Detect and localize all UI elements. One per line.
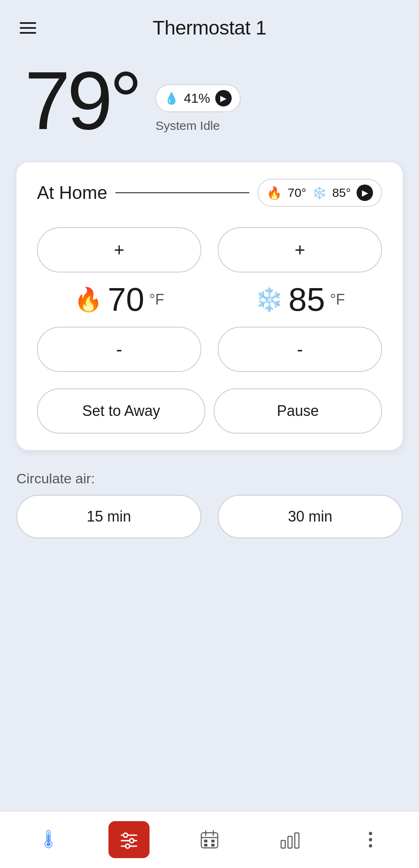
temperature-section: 79° 💧 41% ▶ System Idle — [0, 47, 419, 158]
card-divider — [115, 192, 249, 193]
svg-rect-4 — [48, 835, 50, 842]
current-temperature: 79° — [25, 60, 139, 142]
range-arrow-icon: ▶ — [362, 188, 368, 198]
more-dots-icon — [369, 832, 372, 847]
cool-temp-display: ❄️ 85 °F — [218, 281, 382, 319]
circulate-section: Circulate air: 15 min 30 min — [0, 462, 419, 555]
pause-button[interactable]: Pause — [214, 388, 382, 434]
cool-icon: ❄️ — [255, 286, 283, 313]
cool-increase-button[interactable]: + — [218, 227, 382, 272]
circulate-15min-button[interactable]: 15 min — [16, 495, 201, 538]
svg-rect-20 — [204, 844, 207, 847]
nav-charts[interactable] — [269, 821, 311, 858]
humidity-arrow-button[interactable]: ▶ — [215, 90, 232, 106]
svg-point-10 — [130, 839, 133, 842]
nav-more[interactable] — [350, 821, 391, 858]
cool-decrease-button[interactable]: - — [218, 327, 382, 372]
svg-rect-21 — [211, 844, 214, 847]
heat-flame-icon: 🔥 — [267, 186, 282, 200]
calendar-icon — [199, 829, 220, 850]
svg-rect-18 — [204, 840, 207, 843]
droplet-icon: 💧 — [164, 92, 179, 105]
heat-increase-button[interactable]: + — [37, 227, 201, 272]
cool-value: 85 — [288, 281, 325, 319]
circulate-30min-button[interactable]: 30 min — [218, 495, 403, 538]
heat-setpoint-badge: 70° — [288, 186, 306, 200]
bottom-navigation — [0, 811, 419, 868]
circulate-buttons: 15 min 30 min — [16, 495, 403, 538]
nav-controls[interactable] — [108, 821, 150, 858]
cool-unit: °F — [330, 291, 345, 308]
svg-point-7 — [124, 834, 127, 837]
home-control-card: At Home 🔥 70° ❄️ 85° ▶ + + 🔥 70 °F — [16, 162, 403, 450]
page-title: Thermostat 1 — [39, 16, 380, 39]
header: Thermostat 1 — [0, 0, 419, 47]
svg-point-13 — [126, 845, 129, 848]
heat-value: 70 — [108, 281, 144, 319]
nav-thermostat[interactable] — [28, 821, 69, 858]
cool-snowflake-icon: ❄️ — [312, 186, 327, 200]
heat-icon: 🔥 — [74, 286, 103, 313]
circulate-label: Circulate air: — [16, 471, 403, 487]
system-status: System Idle — [155, 119, 220, 133]
mode-title: At Home — [37, 182, 107, 203]
content-spacer — [0, 555, 419, 811]
humidity-value: 41% — [184, 91, 210, 106]
svg-rect-14 — [201, 833, 218, 848]
svg-rect-19 — [211, 840, 214, 843]
humidity-badge[interactable]: 💧 41% ▶ — [155, 84, 240, 112]
svg-point-3 — [46, 842, 51, 846]
heat-temp-display: 🔥 70 °F — [37, 281, 201, 319]
svg-rect-24 — [295, 833, 299, 848]
thermometer-icon — [38, 829, 59, 850]
app-container: Thermostat 1 79° 💧 41% ▶ System Idle At … — [0, 0, 419, 868]
arrow-right-icon: ▶ — [220, 93, 226, 103]
hamburger-menu-button[interactable] — [16, 19, 39, 37]
cool-setpoint-badge: 85° — [332, 186, 351, 200]
card-header: At Home 🔥 70° ❄️ 85° ▶ — [37, 179, 382, 207]
action-buttons: Set to Away Pause — [37, 388, 382, 434]
heat-unit: °F — [149, 291, 164, 308]
range-arrow-button[interactable]: ▶ — [357, 185, 373, 201]
controls-icon — [119, 829, 139, 850]
nav-schedule[interactable] — [189, 821, 230, 858]
svg-rect-23 — [288, 836, 292, 848]
temp-range-badge[interactable]: 🔥 70° ❄️ 85° ▶ — [258, 179, 382, 207]
heat-decrease-button[interactable]: - — [37, 327, 201, 372]
set-to-away-button[interactable]: Set to Away — [37, 388, 205, 434]
svg-rect-22 — [281, 840, 285, 848]
temperature-info: 💧 41% ▶ System Idle — [155, 60, 240, 133]
temperature-controls-grid: + + 🔥 70 °F ❄️ 85 °F - - — [37, 227, 382, 372]
bar-chart-icon — [280, 829, 300, 850]
